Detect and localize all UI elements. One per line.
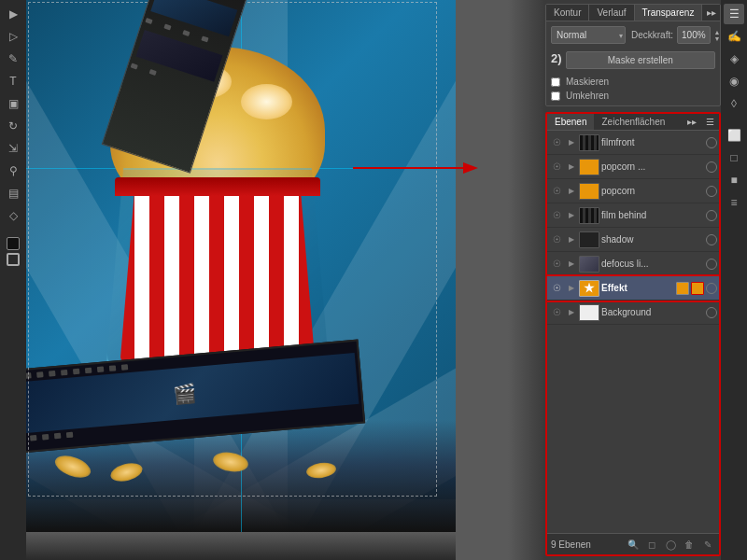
group-layers-icon[interactable]: ◯ xyxy=(663,537,678,552)
layer-shadow[interactable]: ☉ ▶ shadow xyxy=(547,228,719,252)
tab-zeichenflaechen[interactable]: Zeichenflächen xyxy=(594,114,672,130)
stroke-swatch[interactable] xyxy=(7,253,20,266)
name-effekt: Effekt xyxy=(601,283,674,293)
expand-popcorn[interactable]: ▶ xyxy=(566,186,577,197)
opacity-up-icon[interactable]: ▲ xyxy=(714,29,721,35)
name-shadow: shadow xyxy=(601,234,704,245)
rt-icon-7[interactable]: ■ xyxy=(724,170,744,190)
brush-library-icon[interactable]: ✍ xyxy=(724,26,744,47)
umkehren-label: Umkehren xyxy=(566,91,609,101)
eye-effekt[interactable]: ☉ xyxy=(549,281,564,296)
new-layer-icon[interactable]: ◻ xyxy=(644,537,659,552)
layers-bottom: 9 Ebenen 🔍 ◻ ◯ 🗑 ✎ xyxy=(547,533,719,554)
opacity-down-icon[interactable]: ▼ xyxy=(714,35,721,42)
right-toolbar: ☰ ✍ ◈ ◉ ◊ ⬜ □ ■ ≡ xyxy=(721,0,747,560)
opacity-input[interactable]: 100% xyxy=(677,26,711,44)
blend-opacity-row: Normal ▾ Deckkraft: 100% ▲ ▼ xyxy=(551,26,715,44)
panels-column: Kontur Verlauf Transparenz ▸▸ ☰ Normal ▾ xyxy=(545,0,721,560)
expand-defocus[interactable]: ▶ xyxy=(566,259,577,270)
layers-menu-icon[interactable]: ☰ xyxy=(701,114,719,130)
vis-effekt[interactable] xyxy=(706,283,717,294)
mask-create-button[interactable]: Maske erstellen xyxy=(566,51,715,69)
expand-filmbehind[interactable]: ▶ xyxy=(566,210,577,221)
effekt-icon-1 xyxy=(676,282,689,295)
eye-filmbehind[interactable]: ☉ xyxy=(549,208,564,223)
expand-background[interactable]: ▶ xyxy=(566,307,577,318)
blend-tool[interactable]: ◇ xyxy=(3,205,23,226)
name-filmbehind: film behind xyxy=(601,210,704,220)
umkehren-checkbox[interactable] xyxy=(551,91,560,101)
layer-background[interactable]: ☉ ▶ Background xyxy=(547,301,719,325)
tab-kontur[interactable]: Kontur xyxy=(546,5,589,21)
bucket-stripes xyxy=(120,182,316,369)
rt-icon-6[interactable]: □ xyxy=(724,147,744,168)
scale-tool[interactable]: ⇲ xyxy=(3,138,23,159)
eye-popcorn2[interactable]: ☉ xyxy=(549,160,564,175)
tab-ebenen[interactable]: Ebenen xyxy=(547,114,594,130)
eye-popcorn[interactable]: ☉ xyxy=(549,184,564,199)
vis-filmbehind[interactable] xyxy=(706,210,717,221)
eyedropper-tool[interactable]: ⚲ xyxy=(3,161,23,181)
effekt-icon-2 xyxy=(691,282,704,295)
blend-mode-select[interactable]: Normal xyxy=(551,26,626,44)
thumb-effekt xyxy=(579,280,599,297)
layer-effekt[interactable]: ☉ ▶ Effekt xyxy=(547,276,719,301)
layers-panel-icon[interactable]: ☰ xyxy=(724,4,744,24)
pen-tool[interactable]: ✎ xyxy=(3,49,23,69)
layer-filmfront[interactable]: ☉ ▶ filmfront xyxy=(547,131,719,155)
vis-popcorn[interactable] xyxy=(706,186,717,197)
transparency-panel: Kontur Verlauf Transparenz ▸▸ ☰ Normal ▾ xyxy=(545,4,721,106)
vis-background[interactable] xyxy=(706,307,717,318)
rt-icon-5[interactable]: ⬜ xyxy=(724,125,744,146)
select-tool[interactable]: ▶ xyxy=(3,4,23,24)
type-tool[interactable]: T xyxy=(3,71,23,91)
expand-effekt[interactable]: ▶ xyxy=(566,283,577,294)
canvas-bottom-fade xyxy=(26,532,456,560)
tab-transparenz[interactable]: Transparenz xyxy=(635,5,703,21)
add-layer-icon[interactable]: ✎ xyxy=(700,537,715,552)
rt-icon-8[interactable]: ≡ xyxy=(724,192,744,213)
maskieren-label: Maskieren xyxy=(566,77,609,87)
checkbox-umkehren: Umkehren xyxy=(551,91,715,101)
panel-tabs: Kontur Verlauf Transparenz ▸▸ ☰ xyxy=(546,5,720,21)
maskieren-checkbox[interactable] xyxy=(551,77,560,87)
panel-arrow-icon[interactable]: ▸▸ xyxy=(702,5,721,21)
expand-shadow[interactable]: ▶ xyxy=(566,234,577,245)
layer-defocus[interactable]: ☉ ▶ defocus li... xyxy=(547,252,719,276)
gradient-tool[interactable]: ▤ xyxy=(3,183,23,203)
tab-verlauf[interactable]: Verlauf xyxy=(589,5,634,21)
fill-swatch[interactable] xyxy=(7,237,20,250)
opacity-stepper[interactable]: ▲ ▼ xyxy=(714,29,721,42)
step-area: 2) Maske erstellen xyxy=(551,48,715,73)
rectangle-tool[interactable]: ▣ xyxy=(3,93,23,114)
symbol-icon[interactable]: ◈ xyxy=(724,49,744,69)
vis-defocus[interactable] xyxy=(706,259,717,270)
layer-popcorn2[interactable]: ☉ ▶ popcorn ... xyxy=(547,155,719,179)
step-number: 2) xyxy=(551,51,562,65)
vis-shadow[interactable] xyxy=(706,234,717,245)
left-toolbar: ▶ ▷ ✎ T ▣ ↻ ⇲ ⚲ ▤ ◇ xyxy=(0,0,26,560)
layers-arrow-icon[interactable]: ▸▸ xyxy=(683,114,701,130)
canvas-area: 🎬 xyxy=(26,0,545,560)
eye-defocus[interactable]: ☉ xyxy=(549,257,564,272)
expand-filmfront[interactable]: ▶ xyxy=(566,137,577,148)
app-container: ▶ ▷ ✎ T ▣ ↻ ⇲ ⚲ ▤ ◇ xyxy=(0,0,747,560)
eye-shadow[interactable]: ☉ xyxy=(549,232,564,247)
name-filmfront: filmfront xyxy=(601,137,704,147)
layer-filmbehind[interactable]: ☉ ▶ film behind xyxy=(547,203,719,228)
eye-background[interactable]: ☉ xyxy=(549,305,564,320)
direct-select-tool[interactable]: ▷ xyxy=(3,26,23,47)
rotate-tool[interactable]: ↻ xyxy=(3,116,23,136)
delete-layer-icon[interactable]: 🗑 xyxy=(682,537,697,552)
expand-popcorn2[interactable]: ▶ xyxy=(566,161,577,173)
layers-count: 9 Ebenen xyxy=(551,539,591,550)
layer-popcorn[interactable]: ☉ ▶ popcorn xyxy=(547,179,719,203)
vis-filmfront[interactable] xyxy=(706,137,717,148)
appearance-icon[interactable]: ◉ xyxy=(724,71,744,91)
graphic-style-icon[interactable]: ◊ xyxy=(724,93,744,114)
eye-filmfront[interactable]: ☉ xyxy=(549,135,564,150)
vis-popcorn2[interactable] xyxy=(706,161,717,173)
layers-panel: Ebenen Zeichenflächen ▸▸ ☰ ☉ ▶ filmfront xyxy=(545,112,721,556)
search-layers-icon[interactable]: 🔍 xyxy=(626,537,641,552)
name-background: Background xyxy=(601,307,704,317)
